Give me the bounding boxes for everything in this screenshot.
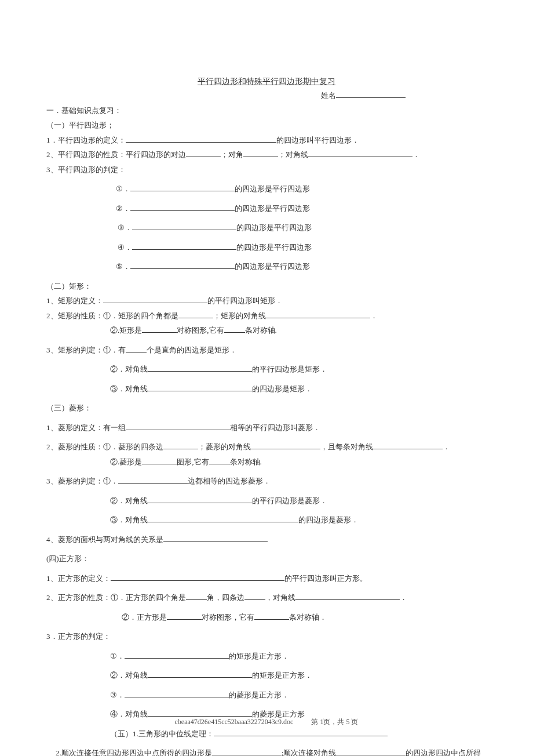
text: 的四边形叫平行四边形．: [276, 136, 359, 144]
blank: [126, 352, 147, 352]
text: ①．: [110, 652, 125, 660]
text: ②.矩形是: [110, 326, 142, 335]
blank: [186, 599, 207, 600]
text: 1、矩形的定义：: [46, 296, 103, 305]
blank: [212, 755, 282, 755]
blank: [254, 619, 289, 620]
judge-4-1: ①．的矩形是正方形．: [46, 650, 487, 662]
blank: [148, 391, 252, 391]
line-4-2b: ②．正方形是对称图形，它有条对称轴．: [46, 612, 487, 623]
text: 2、菱形的性质：①．菱形的四条边: [46, 442, 163, 451]
line-2-3a: 3、矩形的判定：①．有个是直角的四边形是矩形．: [46, 344, 487, 356]
blank: [125, 697, 229, 697]
text: 个是直角的四边形是矩形．: [147, 346, 237, 354]
blank: [244, 599, 265, 600]
subsection-4: (四)正方形：: [46, 553, 487, 565]
text: 的平行四边形叫矩形．: [207, 296, 283, 305]
text: 图形,它有: [177, 457, 209, 466]
text: 1．平行四边形的定义：: [46, 136, 126, 144]
text: 的平行四边形叫正方形。: [284, 574, 367, 583]
text: 2.顺次连接任意四边形四边中点所得的四边形是: [56, 748, 212, 756]
blank: [103, 303, 207, 303]
text: ②．对角线: [110, 365, 148, 373]
judge-4: ④．的四边形是平行四边形: [46, 242, 487, 253]
text: 的平行四边形是矩形．: [252, 365, 327, 373]
blank: [148, 522, 298, 522]
blank: [373, 449, 443, 449]
document-title: 平行四边形和特殊平行四边形期中复习: [46, 75, 487, 88]
blank: [148, 371, 252, 372]
blank: [163, 541, 268, 542]
line-2-2b: ②.矩形是对称图形,它有条对称轴.: [46, 325, 487, 336]
judge-2: ②．的四边形是平行四边形: [46, 203, 487, 215]
line-1-1: 1．平行四边形的定义：的四边形叫平行四边形．: [46, 135, 487, 146]
text: ②．正方形是: [122, 613, 167, 621]
footer-filename: cbeaa47d26e415cc52baaa32272043c9.doc: [175, 718, 294, 726]
blank: [224, 332, 245, 333]
text: 的四边形是平行四边形: [236, 243, 312, 252]
blank: [186, 157, 221, 157]
text: 条对称轴．: [289, 613, 327, 621]
text: 条对称轴.: [245, 326, 277, 335]
text: 的四边形是菱形．: [298, 515, 359, 524]
blank: [266, 318, 370, 318]
blank: [142, 332, 177, 333]
text: 的矩形是正方形．: [229, 652, 289, 660]
text: ③．对角线: [110, 384, 148, 393]
line-5-1: （五）1.三角形的中位线定理：: [46, 728, 487, 740]
text: 的四边形是矩形．: [252, 384, 312, 393]
text: ；矩形的对角线: [213, 311, 266, 320]
judge-5: ⑤．的四边形是平行四边形: [46, 261, 487, 272]
blank: [163, 449, 198, 449]
text: ⑤．: [116, 262, 130, 271]
text: 的矩形是正方形．: [252, 671, 312, 679]
text: ．: [443, 442, 450, 451]
blank: [142, 464, 177, 464]
text: ．: [400, 593, 407, 602]
blank: [126, 430, 230, 430]
line-1-3: 3、平行四边形的判定：: [46, 164, 487, 176]
line-4-3: 3．正方形的判定：: [46, 631, 487, 642]
blank: [148, 677, 252, 678]
blank: [167, 619, 202, 620]
judge-4-3: ③．的菱形是正方形．: [46, 689, 487, 701]
line-3-3c: ③．对角线的四边形是菱形．: [46, 514, 487, 526]
blank: [132, 249, 236, 250]
line-2-3c: ③．对角线的四边形是矩形．: [46, 383, 487, 395]
text: ，且每条对角线: [320, 442, 373, 451]
name-label: 姓名: [321, 91, 336, 100]
line-4-2a: 2、正方形的性质：①．正方形的四个角是角，四条边，对角线．: [46, 592, 487, 604]
line-3-3b: ②．对角线的平行四边形是菱形．: [46, 495, 487, 507]
text: 1、菱形的定义：有一组: [46, 423, 126, 432]
line-3-2b: ②.菱形是图形,它有条对称轴.: [46, 456, 487, 468]
blank: [336, 755, 406, 755]
text: 2、正方形的性质：①．正方形的四个角是: [46, 593, 186, 602]
judge-3: ③．的四边形是平行四边形: [46, 222, 487, 234]
footer-page: 第 1页，共 5 页: [311, 718, 358, 726]
blank: [125, 658, 229, 659]
section-1-heading: 一．基础知识点复习：: [46, 105, 487, 117]
blank: [126, 142, 276, 143]
text: （五）1.三角形的中位线定理：: [110, 729, 214, 738]
line-3-4: 4、菱形的面积与两对角线的关系是: [46, 534, 487, 546]
blank: [111, 580, 284, 581]
blank: [295, 599, 400, 600]
line-2-1: 1、矩形的定义：的平行四边形叫矩形．: [46, 295, 487, 307]
line-3-2a: 2、菱形的性质：①．菱形的四条边；菱形的对角线，且每条对角线．: [46, 441, 487, 453]
text: ；对角: [221, 150, 243, 159]
text: ．: [412, 150, 420, 159]
text: 角，四条边: [207, 593, 244, 602]
text: ③．: [118, 223, 132, 232]
blank: [118, 483, 188, 484]
line-5-2a: 2.顺次连接任意四边形四边中点所得的四边形是;顺次连接对角线的四边形四边中点所得…: [46, 747, 487, 756]
blank: [308, 157, 412, 157]
line-3-3a: 3、菱形的判定：①．边都相等的四边形菱形．: [46, 475, 487, 487]
text: ④．: [118, 243, 132, 252]
text: ②．: [116, 204, 130, 213]
text: 的四边形是平行四边形: [236, 223, 312, 232]
text: 1、正方形的定义：: [46, 574, 111, 583]
text: ，对角线: [265, 593, 295, 602]
text: ②．对角线: [110, 496, 148, 505]
line-4-1: 1、正方形的定义：的平行四边形叫正方形。: [46, 573, 487, 584]
text: 4、菱形的面积与两对角线的关系是: [46, 535, 163, 544]
